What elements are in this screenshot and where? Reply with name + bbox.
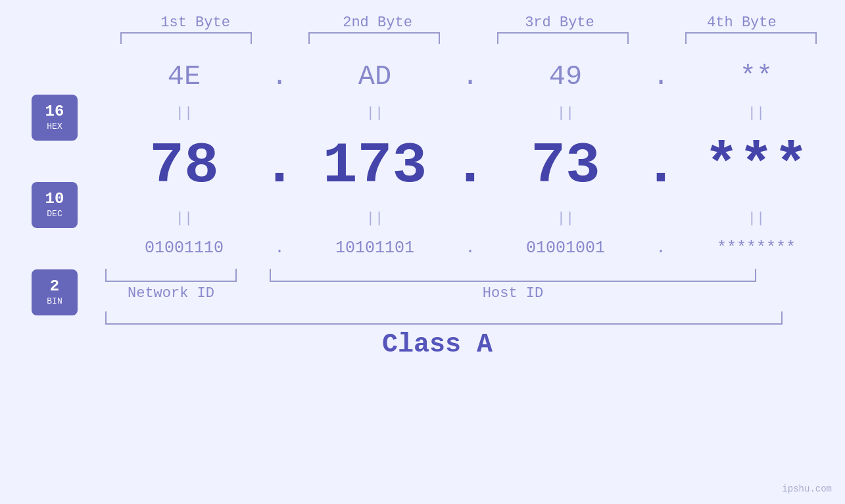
bottom-brackets-row bbox=[92, 269, 845, 282]
badges-column: 16 HEX 10 DEC 2 BIN bbox=[0, 51, 92, 336]
top-bracket-1 bbox=[120, 32, 252, 44]
top-bracket-2 bbox=[308, 32, 440, 44]
dec-b3-cell: 73 bbox=[487, 133, 644, 198]
eq1-b2: || bbox=[296, 105, 454, 122]
bin-dot3: . bbox=[644, 239, 677, 258]
eq1-b4: || bbox=[677, 105, 835, 122]
hex-b2-cell: AD bbox=[296, 61, 454, 93]
eq1-b3: || bbox=[487, 105, 644, 122]
dec-dot3: . bbox=[644, 133, 677, 198]
eq2-b1: || bbox=[105, 210, 263, 227]
bin-dot1: . bbox=[263, 239, 296, 258]
eq2-b2: || bbox=[296, 210, 454, 227]
equals-row-2: || || || || bbox=[92, 208, 845, 228]
class-bracket bbox=[105, 311, 783, 325]
byte4-label: 4th Byte bbox=[666, 14, 817, 31]
dec-b4-cell: *** bbox=[677, 133, 835, 198]
hex-dot1: . bbox=[263, 61, 296, 93]
hex-b1-cell: 4E bbox=[105, 61, 263, 93]
dec-dot1: . bbox=[263, 133, 296, 198]
bin-b4-cell: ******** bbox=[677, 239, 835, 258]
hex-badge: 16 HEX bbox=[32, 95, 78, 141]
dec-badge-wrapper: 10 DEC bbox=[32, 161, 92, 248]
network-id-bracket bbox=[105, 269, 237, 282]
top-brackets-row bbox=[107, 32, 831, 44]
bin-b2-cell: 10101101 bbox=[296, 239, 454, 258]
host-id-label: Host ID bbox=[270, 285, 756, 302]
bin-b3-cell: 01001001 bbox=[487, 239, 644, 258]
hex-b4-cell: ** bbox=[677, 61, 835, 93]
byte2-label: 2nd Byte bbox=[302, 14, 452, 31]
dec-row: 78 . 173 . 73 . *** bbox=[92, 123, 845, 208]
host-id-bracket bbox=[270, 269, 756, 282]
byte3-label: 3rd Byte bbox=[484, 14, 635, 31]
watermark: ipshu.com bbox=[782, 484, 832, 494]
bin-dot2: . bbox=[454, 239, 487, 258]
bin-badge-wrapper: 2 BIN bbox=[32, 248, 92, 336]
hex-b3-cell: 49 bbox=[487, 61, 644, 93]
network-id-label: Network ID bbox=[105, 285, 237, 302]
main-container: 1st Byte 2nd Byte 3rd Byte 4th Byte 16 bbox=[0, 0, 845, 504]
dec-dot2: . bbox=[454, 133, 487, 198]
class-label: Class A bbox=[92, 330, 783, 359]
top-bracket-3 bbox=[497, 32, 629, 44]
id-labels-row: Network ID Host ID bbox=[92, 285, 845, 302]
dec-b2-cell: 173 bbox=[296, 133, 454, 198]
bin-badge: 2 BIN bbox=[32, 269, 78, 315]
hex-dot2: . bbox=[454, 61, 487, 93]
byte1-label: 1st Byte bbox=[120, 14, 271, 31]
hex-row: 4E . AD . 49 . ** bbox=[92, 51, 845, 103]
data-rows-section: 4E . AD . 49 . ** bbox=[92, 51, 845, 359]
dec-badge: 10 DEC bbox=[32, 182, 78, 228]
bin-b1-cell: 01001110 bbox=[105, 239, 263, 258]
byte-labels-row: 1st Byte 2nd Byte 3rd Byte 4th Byte bbox=[107, 14, 831, 31]
hex-dot3: . bbox=[644, 61, 677, 93]
eq2-b3: || bbox=[487, 210, 644, 227]
dec-b1-cell: 78 bbox=[105, 133, 263, 198]
eq1-b1: || bbox=[105, 105, 263, 122]
bin-row: 01001110 . 10101101 . 01001001 . bbox=[92, 228, 845, 267]
equals-row-1: || || || || bbox=[92, 103, 845, 123]
hex-badge-wrapper: 16 HEX bbox=[32, 74, 92, 161]
top-bracket-4 bbox=[685, 32, 817, 44]
eq2-b4: || bbox=[677, 210, 835, 227]
data-section: 16 HEX 10 DEC 2 BIN bbox=[0, 51, 845, 359]
